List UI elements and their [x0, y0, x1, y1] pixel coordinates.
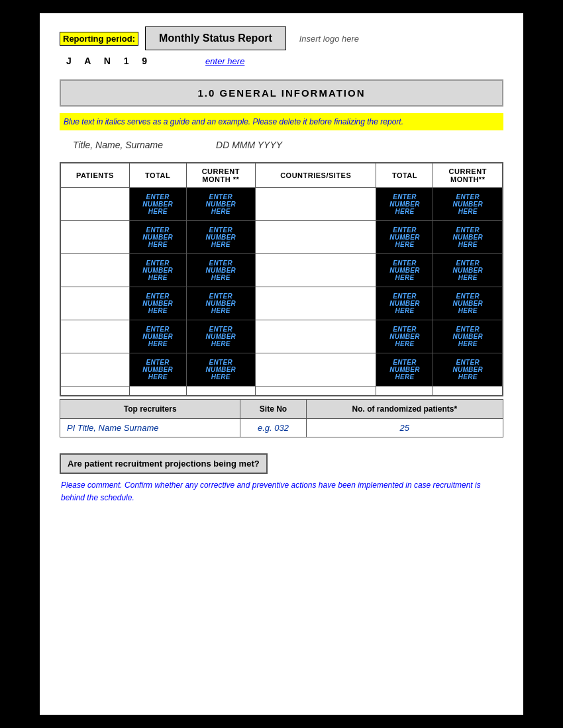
- table-row: ENTERNUMBERHERE ENTERNUMBERHERE ENTERNUM…: [60, 287, 503, 320]
- recruiters-header-site: Site No: [240, 399, 306, 418]
- total-5[interactable]: ENTERNUMBERHERE: [129, 320, 186, 353]
- recruiters-table: Top recruiters Site No No. of randomized…: [60, 399, 503, 437]
- col-total: TOTAL: [129, 163, 186, 188]
- recruiter-site-no: e.g. 032: [240, 418, 306, 437]
- country-total-2[interactable]: ENTERNUMBERHERE: [376, 221, 433, 254]
- footer-1: [60, 387, 129, 396]
- country-total-4[interactable]: ENTERNUMBERHERE: [376, 287, 433, 320]
- recruiters-header-name: Top recruiters: [60, 399, 240, 418]
- country-label-5: [255, 320, 376, 353]
- table-row: ENTERNUMBERHERE ENTERNUMBERHERE ENTERNUM…: [60, 221, 503, 254]
- col-countries-sites: COUNTRIES/SITES: [255, 163, 376, 188]
- table-footer-row: [60, 387, 503, 396]
- section-title: 1.0 GENERAL INFORMATION: [60, 79, 503, 107]
- country-label-6: [255, 353, 376, 387]
- country-total-1[interactable]: ENTERNUMBERHERE: [376, 188, 433, 221]
- col-patients: PATIENTS: [60, 163, 129, 188]
- table-row: ENTERNUMBERHERE ENTERNUMBERHERE ENTERNUM…: [60, 254, 503, 287]
- total-2[interactable]: ENTERNUMBERHERE: [129, 221, 186, 254]
- country-current-6[interactable]: ENTERNUMBERHERE: [433, 353, 503, 387]
- page-container: Reporting period: Monthly Status Report …: [40, 13, 523, 715]
- total-6[interactable]: ENTERNUMBERHERE: [129, 353, 186, 387]
- table-row: ENTERNUMBERHERE ENTERNUMBERHERE ENTERNUM…: [60, 320, 503, 353]
- country-label-3: [255, 254, 376, 287]
- total-3[interactable]: ENTERNUMBERHERE: [129, 254, 186, 287]
- recruitment-comment: Please comment. Confirm whether any corr…: [60, 479, 503, 504]
- table-row: ENTERNUMBERHERE ENTERNUMBERHERE ENTERNUM…: [60, 188, 503, 221]
- current-month-1[interactable]: ENTERNUMBERHERE: [186, 188, 255, 221]
- total-1[interactable]: ENTERNUMBERHERE: [129, 188, 186, 221]
- patient-label-4: [60, 287, 129, 320]
- total-4[interactable]: ENTERNUMBERHERE: [129, 287, 186, 320]
- footer-2: [129, 387, 186, 396]
- patient-label-3: [60, 254, 129, 287]
- table-row: ENTERNUMBERHERE ENTERNUMBERHERE ENTERNUM…: [60, 353, 503, 387]
- title-name-row: Title, Name, Surname DD MMM YYYY: [60, 140, 503, 150]
- reporting-period-label: Reporting period:: [60, 32, 138, 46]
- country-label-1: [255, 188, 376, 221]
- current-month-4[interactable]: ENTERNUMBERHERE: [186, 287, 255, 320]
- current-month-6[interactable]: ENTERNUMBERHERE: [186, 353, 255, 387]
- current-month-2[interactable]: ENTERNUMBERHERE: [186, 221, 255, 254]
- country-current-3[interactable]: ENTERNUMBERHERE: [433, 254, 503, 287]
- patient-label-1: [60, 188, 129, 221]
- footer-3: [186, 387, 255, 396]
- recruiter-row: PI Title, Name Surname e.g. 032 25: [60, 418, 503, 437]
- title-name-placeholder: Title, Name, Surname: [73, 140, 163, 150]
- footer-6: [433, 387, 503, 396]
- col-current-month: CURRENTMONTH **: [186, 163, 255, 188]
- current-month-5[interactable]: ENTERNUMBERHERE: [186, 320, 255, 353]
- footer-5: [376, 387, 433, 396]
- logo-placeholder: Insert logo here: [299, 34, 359, 44]
- col-current-month-2: CURRENTMONTH**: [433, 163, 503, 188]
- enter-here-link[interactable]: enter here: [205, 56, 244, 66]
- guide-text: Blue text in italics serves as a guide a…: [60, 113, 503, 130]
- country-current-4[interactable]: ENTERNUMBERHERE: [433, 287, 503, 320]
- country-label-4: [255, 287, 376, 320]
- country-total-6[interactable]: ENTERNUMBERHERE: [376, 353, 433, 387]
- recruiter-name: PI Title, Name Surname: [60, 418, 240, 437]
- patient-label-5: [60, 320, 129, 353]
- date-field-placeholder: DD MMM YYYY: [216, 140, 282, 150]
- recruiters-header-patients: No. of randomized patients*: [306, 399, 503, 418]
- patient-label-6: [60, 353, 129, 387]
- country-current-1[interactable]: ENTERNUMBERHERE: [433, 188, 503, 221]
- recruitment-question-box: Are patient recruitment projections bein…: [60, 453, 268, 474]
- date-row: J A N 1 9 enter here: [60, 56, 503, 66]
- col-total-2: TOTAL: [376, 163, 433, 188]
- date-chars: J A N 1 9: [66, 56, 152, 66]
- recruiter-patients-count: 25: [306, 418, 503, 437]
- report-title: Monthly Status Report: [145, 26, 286, 50]
- country-total-3[interactable]: ENTERNUMBERHERE: [376, 254, 433, 287]
- current-month-3[interactable]: ENTERNUMBERHERE: [186, 254, 255, 287]
- country-current-2[interactable]: ENTERNUMBERHERE: [433, 221, 503, 254]
- country-total-5[interactable]: ENTERNUMBERHERE: [376, 320, 433, 353]
- footer-4: [255, 387, 376, 396]
- country-current-5[interactable]: ENTERNUMBERHERE: [433, 320, 503, 353]
- patients-table: PATIENTS TOTAL CURRENTMONTH ** COUNTRIES…: [60, 162, 503, 396]
- patient-label-2: [60, 221, 129, 254]
- country-label-2: [255, 221, 376, 254]
- header: Reporting period: Monthly Status Report …: [60, 26, 503, 50]
